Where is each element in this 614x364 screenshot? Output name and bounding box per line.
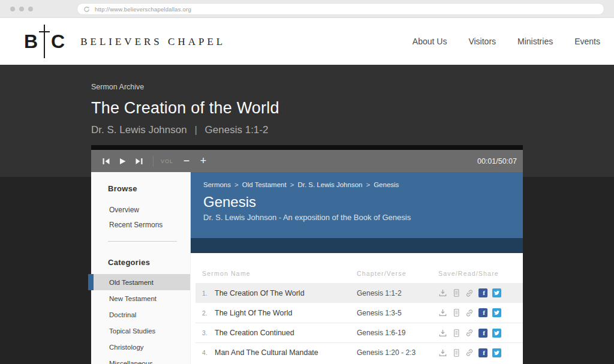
- nav-item-ministries[interactable]: Ministries: [517, 37, 553, 46]
- player-time: 00:01/50:07: [477, 157, 517, 166]
- sermon-table: 1. The Creation Of The World Genesis 1:1…: [195, 283, 523, 362]
- transcript-icon[interactable]: [452, 288, 460, 297]
- sermon-name[interactable]: The Creation Of The World: [215, 289, 305, 297]
- sermon-verse: Genesis 1:1-2: [357, 289, 438, 297]
- series-title: Genesis: [203, 194, 523, 210]
- url-text: http://www.believerschapeldallas.org: [95, 6, 191, 13]
- browser-chrome: http://www.believerschapeldallas.org: [0, 0, 614, 18]
- link-icon[interactable]: [465, 289, 474, 297]
- table-row[interactable]: 4. Man And The Cultural Mandate Genesis …: [195, 342, 523, 362]
- logo-letter-c: C: [51, 32, 65, 51]
- sermon-number: 2.: [202, 309, 215, 317]
- main-nav: About UsVisitorsMinistriesEvents: [413, 18, 600, 65]
- series-header-accent: [191, 238, 523, 253]
- sermon-number: 3.: [202, 329, 215, 336]
- sermon-name[interactable]: The Light Of The World: [215, 309, 292, 317]
- category-item-christology[interactable]: Christology: [91, 339, 190, 355]
- page-title: The Creation of the World: [91, 99, 614, 118]
- table-header: Sermon Name Chapter/Verse Save/Read/Shar…: [191, 253, 523, 283]
- column-sermon-name: Sermon Name: [202, 270, 357, 277]
- volume-down-button[interactable]: −: [180, 155, 192, 167]
- window-close-button[interactable]: [10, 7, 15, 11]
- transcript-icon[interactable]: [452, 308, 460, 317]
- player-controls: VOL − + 00:01/50:07: [91, 150, 523, 172]
- sidebar-item-recent-sermons[interactable]: Recent Sermons: [91, 217, 190, 232]
- hero-eyebrow: Sermon Archive: [91, 83, 614, 91]
- table-row[interactable]: 3. The Creation Continued Genesis 1:6-19…: [195, 323, 523, 342]
- hero-byline: Dr. S. Lewis Johnson | Genesis 1:1-2: [91, 124, 614, 136]
- link-icon[interactable]: [465, 348, 474, 357]
- download-icon[interactable]: [438, 308, 447, 317]
- play-button[interactable]: [116, 155, 129, 167]
- facebook-icon[interactable]: f: [478, 308, 487, 317]
- table-row[interactable]: 1. The Creation Of The World Genesis 1:1…: [195, 283, 523, 303]
- sermon-name-cell: 3. The Creation Continued: [202, 329, 357, 337]
- skip-forward-button[interactable]: [132, 155, 145, 167]
- nav-item-events[interactable]: Events: [574, 37, 600, 46]
- seek-bar[interactable]: [91, 145, 523, 150]
- transcript-icon[interactable]: [452, 348, 460, 357]
- window-minimize-button[interactable]: [19, 7, 24, 11]
- sermon-name[interactable]: The Creation Continued: [215, 329, 294, 337]
- link-icon[interactable]: [465, 329, 474, 337]
- icon-cluster: f: [438, 329, 523, 338]
- series-subtitle: Dr. S. Lewis Johnson - An exposition of …: [203, 213, 523, 222]
- sermon-name[interactable]: Man And The Cultural Mandate: [215, 348, 318, 357]
- nav-item-about-us[interactable]: About Us: [413, 37, 447, 46]
- transcript-icon[interactable]: [452, 329, 460, 338]
- browse-heading: Browse: [91, 172, 190, 193]
- logo-letter-b: B: [24, 32, 38, 51]
- breadcrumb-dr-s-lewis-johnson[interactable]: Dr. S. Lewis Johnson: [297, 181, 362, 188]
- nav-item-visitors[interactable]: Visitors: [468, 37, 496, 46]
- sermon-name-cell: 4. Man And The Cultural Mandate: [202, 348, 357, 357]
- address-bar[interactable]: http://www.believerschapeldallas.org: [77, 3, 604, 15]
- facebook-icon[interactable]: f: [478, 329, 487, 338]
- twitter-icon[interactable]: [492, 288, 501, 297]
- sermon-name-cell: 1. The Creation Of The World: [202, 289, 357, 297]
- category-item-doctrinal[interactable]: Doctrinal: [91, 306, 190, 323]
- category-item-old-testament[interactable]: Old Testament: [91, 274, 190, 290]
- content-panel: Sermons>Old Testament>Dr. S. Lewis Johns…: [191, 172, 523, 364]
- column-chapter-verse: Chapter/Verse: [357, 270, 438, 277]
- twitter-icon[interactable]: [492, 348, 501, 357]
- icon-cluster: f: [438, 308, 523, 317]
- volume-up-button[interactable]: +: [197, 155, 209, 167]
- sidebar: Browse OverviewRecent Sermons Categories…: [91, 172, 191, 364]
- icon-cluster: f: [438, 348, 523, 357]
- window-controls: [10, 7, 33, 11]
- download-icon[interactable]: [438, 329, 447, 338]
- category-item-miscellaneous[interactable]: Miscellaneous: [91, 355, 190, 364]
- sermon-verse: Genesis 1:20 - 2:3: [357, 348, 438, 357]
- site-logo[interactable]: B C BELIEVERS CHAPEL: [24, 25, 225, 58]
- download-icon[interactable]: [438, 348, 447, 357]
- column-save-read-share: Save/Read/Share: [438, 270, 523, 277]
- breadcrumb-sermons[interactable]: Sermons: [203, 181, 231, 188]
- category-item-topical-studies[interactable]: Topical Studies: [91, 323, 190, 339]
- refresh-icon[interactable]: [83, 6, 95, 13]
- sidebar-item-overview[interactable]: Overview: [91, 202, 190, 217]
- sermon-name-cell: 2. The Light Of The World: [202, 309, 357, 317]
- download-icon[interactable]: [438, 288, 447, 297]
- breadcrumb-separator: >: [234, 181, 239, 188]
- sermon-verse: Genesis 1:3-5: [357, 309, 438, 317]
- twitter-icon[interactable]: [492, 308, 501, 317]
- hero-separator: |: [194, 124, 197, 136]
- skip-back-button[interactable]: [100, 155, 113, 167]
- breadcrumb-old-testament[interactable]: Old Testament: [242, 181, 287, 188]
- sermon-verse: Genesis 1:6-19: [357, 329, 438, 337]
- audio-player: VOL − + 00:01/50:07: [91, 145, 523, 172]
- categories-heading: Categories: [91, 242, 190, 267]
- table-row[interactable]: 2. The Light Of The World Genesis 1:3-5 …: [195, 303, 523, 323]
- facebook-icon[interactable]: f: [478, 348, 487, 357]
- category-item-new-testament[interactable]: New Testament: [91, 290, 190, 306]
- breadcrumb-separator: >: [366, 181, 370, 188]
- link-icon[interactable]: [465, 309, 474, 317]
- breadcrumb-genesis[interactable]: Genesis: [374, 181, 399, 188]
- facebook-icon[interactable]: f: [478, 288, 487, 297]
- breadcrumb: Sermons>Old Testament>Dr. S. Lewis Johns…: [203, 181, 523, 188]
- cross-icon: [44, 25, 45, 58]
- series-header: Sermons>Old Testament>Dr. S. Lewis Johns…: [191, 172, 523, 238]
- sermon-number: 1.: [202, 290, 215, 297]
- window-maximize-button[interactable]: [28, 7, 33, 11]
- twitter-icon[interactable]: [492, 329, 501, 338]
